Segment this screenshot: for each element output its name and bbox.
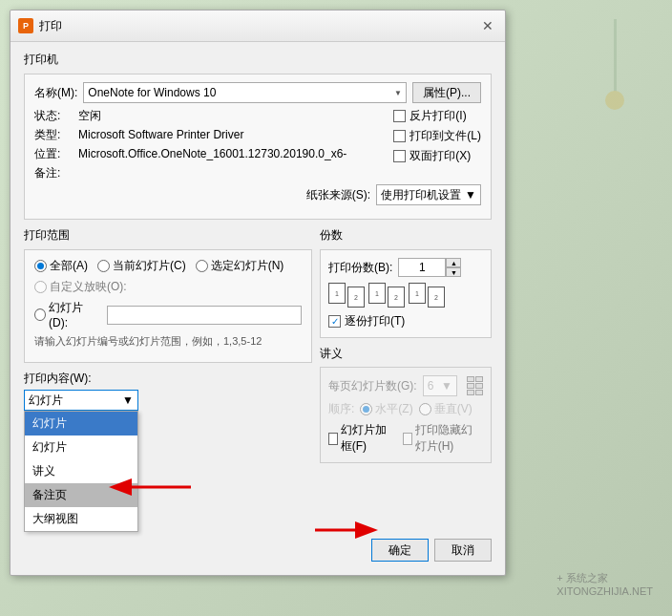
- printer-section-title: 打印机: [24, 52, 492, 68]
- copy-icon-group-2: 1 2: [368, 283, 405, 308]
- lecture-wrapper: 讲义 每页幻灯片数(G): 6 ▼: [320, 346, 492, 463]
- range-current-radio-btn[interactable]: [97, 260, 110, 272]
- horizontal-label: 水平(Z): [375, 401, 412, 417]
- collate-checkbox[interactable]: ✓: [328, 315, 341, 328]
- per-page-dropdown[interactable]: 6 ▼: [423, 375, 457, 396]
- type-value: Microsoft Software Printer Driver: [78, 128, 243, 141]
- per-page-arrow-icon: ▼: [441, 379, 452, 393]
- spinner-up-button[interactable]: ▲: [446, 258, 461, 267]
- frame-check[interactable]: 幻灯片加框(F): [328, 422, 391, 455]
- content-dropdown-arrow-icon: ▼: [122, 393, 134, 407]
- per-page-row: 每页幻灯片数(G): 6 ▼: [328, 375, 483, 396]
- copies-section: 打印份数(B): ▲ ▼: [320, 249, 492, 338]
- dropdown-item-2[interactable]: 幻灯片: [25, 435, 137, 459]
- range-all-radio-btn[interactable]: [34, 260, 47, 272]
- dropdown-item-4[interactable]: 备注页: [25, 483, 137, 507]
- properties-button[interactable]: 属性(P)...: [412, 82, 481, 103]
- reverse-print-checkbox[interactable]: [393, 110, 406, 122]
- notes-label: 备注:: [34, 165, 73, 181]
- copies-input[interactable]: [398, 258, 446, 277]
- range-custom-group: 自定义放映(O):: [34, 279, 302, 295]
- status-value: 空闲: [78, 108, 101, 124]
- collate-check[interactable]: ✓ 逐份打印(T): [328, 313, 483, 329]
- paper-dropdown-arrow-icon: ▼: [465, 188, 476, 202]
- copies-section-title: 份数: [320, 227, 492, 244]
- page-icon-1: 1: [328, 283, 346, 304]
- range-selected-radio-btn[interactable]: [196, 260, 208, 272]
- hidden-check[interactable]: 打印隐藏幻灯片(H): [403, 422, 483, 455]
- dropdown-item-1[interactable]: 幻灯片: [25, 412, 137, 435]
- copy-icon-group-1: 1 2: [328, 283, 365, 308]
- copies-label: 打印份数(B):: [328, 260, 392, 276]
- content-selected-value: 幻灯片: [29, 393, 63, 409]
- watermark: + 系统之家XITONGZHIJIA.NET: [556, 571, 653, 597]
- paper-source-value: 使用打印机设置: [381, 187, 461, 203]
- hidden-checkbox[interactable]: [403, 433, 412, 445]
- frame-label: 幻灯片加框(F): [341, 422, 391, 455]
- close-button[interactable]: ✕: [478, 16, 497, 35]
- slide-layout-icon: [467, 376, 483, 395]
- range-section-title: 打印范围: [24, 227, 312, 244]
- status-label: 状态:: [34, 108, 73, 124]
- paper-source-row: 纸张来源(S): 使用打印机设置 ▼: [34, 184, 481, 205]
- vertical-label: 垂直(V): [434, 401, 472, 417]
- printer-info: 状态: 空闲 类型: Microsoft Software Printer Dr…: [34, 108, 481, 184]
- print-dialog: P 打印 ✕ 打印机 名称(M): OneNote for Windows 10…: [10, 10, 506, 576]
- order-label: 顺序:: [328, 401, 354, 417]
- ok-button[interactable]: 确定: [371, 539, 429, 562]
- page-icon-5: 1: [409, 283, 426, 304]
- range-hint: 请输入幻灯片编号或幻灯片范围，例如，1,3,5-12: [34, 334, 302, 349]
- hidden-label: 打印隐藏幻灯片(H): [415, 422, 483, 455]
- range-custom-radio-btn[interactable]: [34, 281, 47, 293]
- title-bar: P 打印 ✕: [10, 11, 505, 42]
- order-row: 顺序: 水平(Z) 垂直(V): [328, 401, 483, 417]
- range-selected-radio[interactable]: 选定幻灯片(N): [196, 258, 284, 274]
- dropdown-item-3[interactable]: 讲义: [25, 459, 137, 483]
- range-section: 全部(A) 当前幻灯片(C) 选定幻灯片(N): [24, 249, 312, 363]
- name-label: 名称(M):: [34, 85, 77, 101]
- printer-name-row: 名称(M): OneNote for Windows 10 ▼ 属性(P)...: [34, 82, 481, 103]
- content-dropdown[interactable]: 幻灯片 ▼: [24, 390, 138, 411]
- horizontal-radio[interactable]: 水平(Z): [360, 401, 412, 417]
- content-label: 打印内容(W):: [24, 371, 312, 387]
- frame-checkbox[interactable]: [328, 433, 338, 445]
- dropdown-item-5[interactable]: 大纲视图: [25, 507, 137, 531]
- range-slides-radio-btn[interactable]: [34, 308, 46, 321]
- dropdown-arrow-icon: ▼: [394, 89, 402, 97]
- duplex-print-label: 双面打印(X): [410, 148, 471, 164]
- content-section: 打印内容(W): 幻灯片 ▼ 幻灯片 幻灯片 讲义 备注页: [24, 371, 312, 411]
- location-value: Microsoft.Office.OneNote_16001.12730.201…: [78, 147, 346, 160]
- copies-spinner: ▲ ▼: [398, 258, 461, 277]
- lecture-section: 每页幻灯片数(G): 6 ▼: [320, 367, 492, 463]
- right-column: 份数 打印份数(B): ▲ ▼: [320, 227, 492, 529]
- spinner-down-button[interactable]: ▼: [446, 267, 461, 277]
- vertical-radio[interactable]: 垂直(V): [419, 401, 472, 417]
- range-current-radio[interactable]: 当前幻灯片(C): [97, 258, 186, 274]
- range-slides-radio[interactable]: 幻灯片(D):: [34, 300, 97, 329]
- slides-range-input[interactable]: [107, 306, 302, 325]
- reverse-print-check[interactable]: 反片打印(I): [393, 108, 481, 124]
- page-icon-2: 2: [347, 287, 365, 308]
- reverse-print-label: 反片打印(I): [410, 108, 466, 124]
- content-dropdown-wrapper: 幻灯片 ▼ 幻灯片 幻灯片 讲义 备注页 大纲视图: [24, 390, 312, 411]
- range-slides-label: 幻灯片(D):: [49, 300, 97, 329]
- duplex-print-checkbox[interactable]: [393, 150, 406, 162]
- range-current-label: 当前幻灯片(C): [113, 258, 186, 274]
- range-all-radio[interactable]: 全部(A): [34, 258, 88, 274]
- per-page-value: 6: [428, 379, 434, 393]
- print-to-file-check[interactable]: 打印到文件(L): [393, 128, 481, 144]
- page-icon-3: 1: [368, 283, 386, 304]
- range-custom-radio[interactable]: 自定义放映(O):: [34, 279, 127, 295]
- printer-checkboxes: 反片打印(I) 打印到文件(L) 双面打印(X): [393, 108, 481, 184]
- paper-source-dropdown[interactable]: 使用打印机设置 ▼: [376, 184, 481, 205]
- location-row: 位置: Microsoft.Office.OneNote_16001.12730…: [34, 146, 382, 162]
- range-all-label: 全部(A): [50, 258, 88, 274]
- cancel-button[interactable]: 取消: [434, 539, 492, 562]
- range-custom-label: 自定义放映(O):: [50, 279, 127, 295]
- print-to-file-checkbox[interactable]: [393, 130, 406, 142]
- printer-name-value: OneNote for Windows 10: [88, 86, 216, 99]
- duplex-print-check[interactable]: 双面打印(X): [393, 148, 481, 164]
- print-to-file-label: 打印到文件(L): [410, 128, 481, 144]
- paper-source-label: 纸张来源(S):: [306, 187, 370, 203]
- printer-name-dropdown[interactable]: OneNote for Windows 10 ▼: [83, 82, 407, 103]
